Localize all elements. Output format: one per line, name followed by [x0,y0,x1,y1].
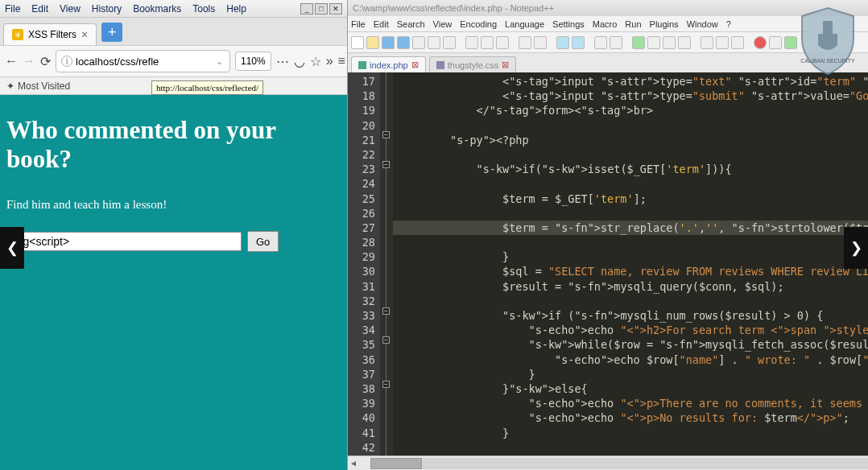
url-bar[interactable]: i ⌄ [56,50,230,72]
fold-box-icon[interactable]: − [382,161,390,168]
npp-menu-file[interactable]: File [351,19,366,29]
fold-box-icon[interactable]: − [382,381,390,388]
more-icon[interactable]: ⋯ [276,52,289,70]
scroll-thumb[interactable] [370,458,422,469]
npp-tab-inactive[interactable]: thugstyle.css ⊠ [429,56,517,72]
bookmark-most-visited[interactable]: Most Visited [18,80,70,92]
tab-saved-icon [358,61,366,69]
tab-close-icon[interactable]: × [81,28,88,41]
fold-box-icon[interactable]: − [382,336,390,344]
tab-close-icon[interactable]: ⊠ [411,60,419,70]
zoom-indicator[interactable]: 110% [235,52,271,71]
tool-func-icon[interactable] [701,36,713,49]
tool-close-icon[interactable] [412,36,425,49]
tool-zoomin-icon[interactable] [594,36,607,49]
tool-copy-icon[interactable] [481,36,494,49]
tool-stop-icon[interactable] [769,36,782,49]
menu-history[interactable]: History [92,3,122,14]
menu-tools[interactable]: Tools [192,3,215,14]
slideshow-prev-button[interactable]: ❮ [0,227,24,269]
npp-tab-active[interactable]: index.php ⊠ [351,56,426,72]
tool-save-icon[interactable] [382,36,395,49]
tool-indent-icon[interactable] [678,36,691,49]
npp-menu-search[interactable]: Search [397,19,425,29]
info-icon[interactable]: i [61,56,72,67]
menu-bookmarks[interactable]: Bookmarks [133,3,181,14]
scroll-track[interactable] [370,458,868,469]
npp-menu-macro[interactable]: Macro [593,19,618,29]
npp-tab-label: index.php [370,60,408,70]
tool-closeall-icon[interactable] [428,36,440,49]
minimize-icon[interactable]: _ [300,3,313,14]
back-button[interactable]: ← [5,52,18,70]
browser-window-controls: _ □ ✕ [299,3,342,14]
hamburger-menu-icon[interactable]: ≡ [338,52,345,70]
slideshow-next-button[interactable]: ❯ [844,227,868,269]
npp-menu-settings[interactable]: Settings [552,19,585,29]
horizontal-scrollbar[interactable]: ◄ ► [348,456,868,470]
svg-text:CALIBAN SECURITY: CALIBAN SECURITY [800,58,855,64]
bookmark-star-icon[interactable]: ☆ [310,52,321,70]
tool-allchars-icon[interactable] [663,36,676,49]
fold-box-icon[interactable]: − [382,307,390,315]
tool-open-icon[interactable] [366,36,379,49]
firefox-window: File Edit View History Bookmarks Tools H… [0,0,348,470]
menu-view[interactable]: View [60,3,81,14]
npp-menu-view[interactable]: View [433,19,453,29]
overflow-icon[interactable]: » [326,52,333,70]
gear-icon: ✦ [6,80,14,92]
tool-replace-icon[interactable] [572,36,585,49]
page-heading: Who commented on your book? [6,116,341,174]
forward-button[interactable]: → [23,52,35,70]
fold-box-icon[interactable]: − [382,131,390,138]
tool-wrap-icon[interactable] [647,36,660,49]
menu-file[interactable]: File [5,3,20,14]
line-gutter: 1718192021222324252627282930313233343536… [348,72,380,456]
npp-menu-encoding[interactable]: Encoding [460,19,497,29]
reload-button[interactable]: ⟳ [40,52,51,70]
tab-saved-icon [436,61,444,69]
npp-menu-edit[interactable]: Edit [374,19,389,29]
tool-record-icon[interactable] [754,36,767,49]
npp-menu-run[interactable]: Run [625,19,641,29]
fold-margin[interactable]: − − − − − [380,72,393,456]
browser-menubar: File Edit View History Bookmarks Tools H… [0,0,347,18]
close-icon[interactable]: ✕ [329,3,342,14]
term-input[interactable] [6,232,242,251]
tool-folder-icon[interactable] [716,36,729,49]
url-dropdown-icon[interactable]: ⌄ [214,56,225,67]
tool-monitor-icon[interactable] [731,36,744,49]
tool-undo-icon[interactable] [519,36,531,49]
tab-close-icon[interactable]: ⊠ [502,60,509,70]
tool-zoomout-icon[interactable] [610,36,622,49]
tool-play-icon[interactable] [784,36,797,49]
tool-find-icon[interactable] [556,36,569,49]
tool-sync-icon[interactable] [632,36,645,49]
tool-new-icon[interactable] [351,36,364,49]
menu-edit[interactable]: Edit [31,3,48,14]
npp-menu-window[interactable]: Window [687,19,718,29]
tool-print-icon[interactable] [443,36,456,49]
code-body[interactable]: <"s-tag">input "s-attr">type="text" "s-a… [393,72,868,456]
npp-menu-plugins[interactable]: Plugins [650,19,679,29]
scroll-left-icon[interactable]: ◄ [348,459,359,468]
browser-tab[interactable]: ✳ XSS Filters × [3,23,97,45]
notepadpp-window: C:\wamp\www\css\reflected\index.php - No… [348,0,868,470]
npp-tab-label: thugstyle.css [448,60,499,70]
watermark-shield-icon: CALIBAN SECURITY [799,6,857,76]
url-input[interactable] [76,56,211,68]
tool-cut-icon[interactable] [465,36,478,49]
tab-title: XSS Filters [28,29,76,40]
tool-redo-icon[interactable] [534,36,547,49]
code-editor[interactable]: 1718192021222324252627282930313233343536… [348,72,868,456]
new-tab-button[interactable]: + [101,23,122,42]
maximize-icon[interactable]: □ [315,3,328,14]
npp-menu-language[interactable]: Language [505,19,544,29]
pocket-icon[interactable]: ◡ [294,52,305,70]
tab-strip: ✳ XSS Filters × + [0,18,347,45]
tool-saveall-icon[interactable] [397,36,410,49]
tool-paste-icon[interactable] [496,36,509,49]
npp-menu-help[interactable]: ? [726,19,731,29]
go-button[interactable]: Go [247,231,279,252]
menu-help[interactable]: Help [226,3,246,14]
